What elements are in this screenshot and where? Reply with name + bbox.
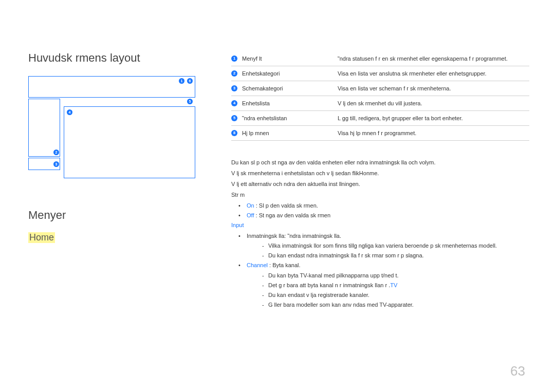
legend-table: 1 Menyf lt ˜ndra statusen f r en sk rmen… (231, 51, 529, 141)
diagram-box-side-upper (28, 99, 60, 157)
page-number: 63 (510, 363, 525, 379)
left-column: Huvudsk rmens layout 1 6 5 4 2 3 Menyer … (28, 51, 195, 310)
heading-home: Home (28, 232, 55, 243)
text: Det g r bara att byta kanal n r inmatnin… (268, 282, 390, 288)
diagram-box-main (64, 106, 195, 178)
legend-label: Schemakategori (242, 85, 327, 91)
list-item: Det g r bara att byta kanal n r inmatnin… (247, 281, 529, 290)
legend-label: ˜ndra enhetslistan (242, 115, 327, 121)
diagram-box-menubar (28, 76, 195, 98)
legend-label: Hj lp mnen (242, 130, 327, 136)
legend-desc: Visa hj lp mnen f r programmet. (338, 130, 529, 136)
list-item: Vilka inmatningsk llor som finns tillg n… (247, 241, 529, 250)
channel-sublist: Du kan byta TV-kanal med pilknapparna up… (247, 271, 529, 309)
list-item: Off : St nga av den valda sk rmen (231, 211, 529, 220)
legend-num: 4 (231, 100, 237, 106)
legend-row: 1 Menyf lt ˜ndra statusen f r en sk rmen… (231, 51, 529, 66)
power-list: On : Sl p den valda sk rmen. Off : St ng… (231, 201, 529, 220)
legend-num: 1 (231, 55, 237, 62)
layout-diagram: 1 6 5 4 2 3 (28, 76, 195, 179)
legend-desc: ˜ndra statusen f r en sk rmenhet eller e… (338, 55, 529, 62)
list-item: Channel : Byta kanal. Du kan byta TV-kan… (231, 261, 529, 309)
legend-num: 5 (231, 115, 237, 121)
legend-label: Enhetslista (242, 100, 327, 106)
channel-label: Channel (247, 262, 268, 268)
paragraph: V lj sk rmenheterna i enhetslistan och v… (231, 169, 529, 178)
input-sublist: Vilka inmatningsk llor som finns tillg n… (247, 241, 529, 260)
legend-label: Menyf lt (242, 55, 327, 62)
paragraph: Du kan sl p och st nga av den valda enhe… (231, 158, 529, 167)
text: V lj sk rmenheterna i enhetslistan och v… (231, 170, 377, 176)
diagram-marker-3: 3 (53, 161, 59, 167)
list-item: Du kan byta TV-kanal med pilknapparna up… (247, 271, 529, 280)
page: Huvudsk rmens layout 1 6 5 4 2 3 Menyer … (0, 0, 555, 392)
diagram-marker-6: 6 (187, 78, 193, 84)
legend-num: 8 (231, 130, 237, 136)
label-input: Input (231, 221, 529, 230)
legend-label: Enhetskategori (242, 70, 327, 77)
label-power: Str m (231, 191, 529, 199)
diagram-marker-2: 2 (53, 150, 59, 155)
on-label: On (247, 202, 254, 209)
legend-desc: Visa en lista ver scheman f r sk rmenhet… (338, 85, 529, 91)
list-item: On : Sl p den valda sk rmen. (231, 201, 529, 210)
list-item: Inmatningsk lla: ˜ndra inmatningsk lla. … (231, 232, 529, 260)
diagram-marker-4: 4 (67, 109, 72, 115)
legend-desc: Visa en lista ver anslutna sk rmenheter … (338, 70, 529, 77)
home-description: Du kan sl p och st nga av den valda enhe… (231, 158, 529, 309)
paragraph: V lj ett alternativ och ndra den aktuell… (231, 180, 529, 189)
legend-row: 8 Hj lp mnen Visa hj lp mnen f r program… (231, 126, 529, 141)
heading-menus: Menyer (28, 209, 195, 222)
input-list: Inmatningsk lla: ˜ndra inmatningsk lla. … (231, 232, 529, 309)
text: : Byta kanal. (268, 262, 301, 268)
legend-desc: V lj den sk rmenhet du vill justera. (338, 100, 529, 106)
legend-row: 2 Enhetskategori Visa en lista ver anslu… (231, 66, 529, 81)
legend-row: 3 Schemakategori Visa en lista ver schem… (231, 81, 529, 96)
text: . (377, 170, 379, 176)
legend-num: 2 (231, 70, 237, 77)
right-column: 1 Menyf lt ˜ndra statusen f r en sk rmen… (231, 51, 529, 310)
tv-label: TV (390, 282, 397, 288)
legend-row: 4 Enhetslista V lj den sk rmenhet du vil… (231, 96, 529, 111)
legend-row: 5 ˜ndra enhetslistan L gg till, redigera… (231, 111, 529, 126)
text: Inmatningsk lla: ˜ndra inmatningsk lla. (247, 233, 341, 239)
legend-desc: L gg till, redigera, byt grupper eller t… (338, 115, 529, 121)
list-item: Du kan endast v lja registrerade kanaler… (247, 291, 529, 300)
off-label: Off (247, 212, 254, 218)
list-item: G ller bara modeller som kan anv ndas me… (247, 301, 529, 309)
diagram-marker-5: 5 (187, 99, 193, 104)
content-columns: Huvudsk rmens layout 1 6 5 4 2 3 Menyer … (28, 51, 529, 310)
text: : St nga av den valda sk rmen (254, 212, 330, 218)
text: : Sl p den valda sk rmen. (254, 202, 318, 209)
heading-layout: Huvudsk rmens layout (28, 51, 195, 65)
diagram-marker-1: 1 (179, 78, 184, 84)
legend-num: 3 (231, 85, 237, 91)
list-item: Du kan endast ndra inmatningsk lla f r s… (247, 251, 529, 260)
